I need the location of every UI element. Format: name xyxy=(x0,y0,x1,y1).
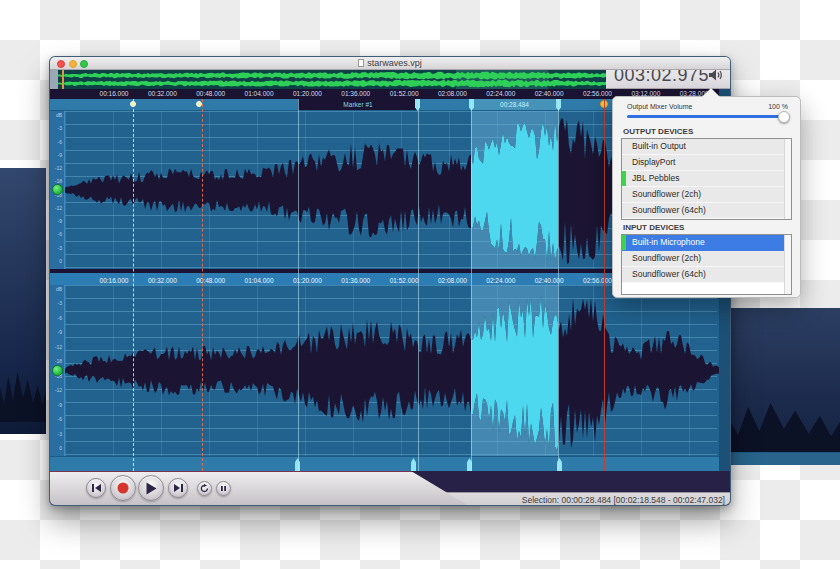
ruler-tick: 00:32.000 xyxy=(140,277,184,284)
db-label: -3 xyxy=(50,125,62,131)
device-row[interactable]: Soundflower (2ch) xyxy=(622,251,791,267)
db-label: 0 xyxy=(50,445,62,451)
db-label: -12 xyxy=(50,165,62,171)
ruler-tick: 01:52.000 xyxy=(382,277,426,284)
device-name: Soundflower (64ch) xyxy=(632,269,706,279)
db-label: -6 xyxy=(50,315,62,321)
region-boundary-line xyxy=(298,99,299,471)
ruler-tick: 02:56.000 xyxy=(576,90,620,97)
toolbar: 003:02.975 xyxy=(50,70,730,89)
ruler-tick: 00:16.000 xyxy=(92,90,136,97)
ruler-tick: 02:24.000 xyxy=(479,90,523,97)
list-scrollbar-track[interactable] xyxy=(784,139,791,219)
overview-waveform-graphic xyxy=(58,70,606,89)
waveform-track-2[interactable]: dB-3-6-9-12-18-18-12-9-6-30 xyxy=(50,285,730,456)
audio-devices-popover: Output Mixer Volume 100 % OUTPUT DEVICES… xyxy=(612,96,801,298)
waveform-graphic xyxy=(65,285,719,456)
window-title: starwaves.vpj xyxy=(50,57,730,70)
db-label: -9 xyxy=(50,218,62,224)
track-gain-knob[interactable] xyxy=(52,184,63,195)
db-label: -12 xyxy=(50,344,62,350)
loop-icon xyxy=(200,484,209,493)
db-label: -6 xyxy=(50,139,62,145)
device-row[interactable]: Built-in Microphone xyxy=(622,235,791,251)
title-bar[interactable]: starwaves.vpj xyxy=(50,57,730,70)
volume-slider[interactable] xyxy=(627,115,784,118)
popover-arrow xyxy=(702,88,720,97)
ruler-tick: 02:24.000 xyxy=(479,277,523,284)
ruler-tick: 01:52.000 xyxy=(382,90,426,97)
record-button[interactable] xyxy=(110,475,136,501)
overview-waveform[interactable] xyxy=(58,70,606,89)
db-label: -9 xyxy=(50,402,62,408)
marker-guide-line xyxy=(133,99,134,471)
overview-playhead[interactable] xyxy=(62,70,64,89)
active-device-indicator xyxy=(622,235,626,250)
skip-to-start-button[interactable] xyxy=(86,478,106,498)
ruler-tick: 01:36.000 xyxy=(334,90,378,97)
ruler-tick: 01:04.000 xyxy=(237,90,281,97)
device-row[interactable]: Soundflower (2ch) xyxy=(622,187,791,203)
region-boundary-line xyxy=(418,99,419,471)
ruler-tick: 01:20.000 xyxy=(285,90,329,97)
input-devices-header: INPUT DEVICES xyxy=(623,223,684,232)
selection-duration-label: 00:28.484 xyxy=(471,99,558,110)
play-button[interactable] xyxy=(138,475,164,501)
volume-value: 100 % xyxy=(768,103,788,110)
db-label: -9 xyxy=(50,329,62,335)
db-label: -9 xyxy=(50,152,62,158)
transport-bar: Selection: 00:00:28.484 [00:02:18.548 - … xyxy=(50,471,730,506)
ruler-tick: 02:40.000 xyxy=(527,277,571,284)
device-name: Soundflower (64ch) xyxy=(632,205,706,215)
output-devices-list: Built-in OutputDisplayPortJBL PebblesSou… xyxy=(621,138,792,220)
db-label: -12 xyxy=(50,387,62,393)
background-waveform-silhouette xyxy=(728,389,840,453)
db-label: -18 xyxy=(50,358,62,364)
marker-strip-bottom[interactable] xyxy=(50,456,730,471)
track-gain-knob[interactable] xyxy=(52,365,63,376)
volume-slider-knob[interactable] xyxy=(778,111,790,123)
pause-button[interactable] xyxy=(216,481,231,496)
device-name: Soundflower (2ch) xyxy=(632,253,701,263)
ruler-tick: 01:04.000 xyxy=(237,277,281,284)
device-name: DisplayPort xyxy=(632,157,675,167)
device-row[interactable]: Soundflower (64ch) xyxy=(622,203,791,219)
skip-to-end-icon xyxy=(173,483,184,493)
loop-button[interactable] xyxy=(197,481,212,496)
play-icon xyxy=(145,482,157,495)
device-name: JBL Pebbles xyxy=(632,173,679,183)
ruler-tick: 02:40.000 xyxy=(527,90,571,97)
skip-to-end-button[interactable] xyxy=(168,478,188,498)
db-label: dB xyxy=(50,112,62,118)
active-device-indicator xyxy=(622,171,626,186)
db-label: -3 xyxy=(50,431,62,437)
ruler-tick: 00:48.000 xyxy=(189,277,233,284)
input-devices-list: Built-in MicrophoneSoundflower (2ch)Soun… xyxy=(621,234,792,295)
list-scrollbar-track[interactable] xyxy=(784,235,791,294)
region-boundary-line xyxy=(558,99,559,471)
device-row[interactable]: Soundflower (64ch) xyxy=(622,267,791,283)
left-gutter xyxy=(50,70,58,89)
db-label: -6 xyxy=(50,231,62,237)
background-strip xyxy=(728,452,840,465)
selection-status: Selection: 00:00:28.484 [00:02:18.548 - … xyxy=(522,495,725,505)
selection-flag[interactable] xyxy=(411,458,416,471)
waveform-display[interactable] xyxy=(65,285,717,456)
ruler-tick: 00:48.000 xyxy=(189,90,233,97)
ruler-tick: 01:20.000 xyxy=(285,277,329,284)
speaker-icon[interactable] xyxy=(708,68,724,82)
status-bar: Selection: 00:00:28.484 [00:02:18.548 - … xyxy=(420,492,730,506)
device-row[interactable]: DisplayPort xyxy=(622,155,791,171)
device-row[interactable]: JBL Pebbles xyxy=(622,171,791,187)
device-row[interactable]: Built-in Output xyxy=(622,139,791,155)
background-remnant-right xyxy=(728,308,840,465)
db-label: 0 xyxy=(50,258,62,264)
ruler-tick: 00:16.000 xyxy=(92,277,136,284)
ruler-tick: 00:32.000 xyxy=(140,90,184,97)
db-label: -12 xyxy=(50,205,62,211)
output-devices-header: OUTPUT DEVICES xyxy=(623,127,693,136)
playhead-line xyxy=(604,99,605,471)
db-label: dB xyxy=(50,286,62,292)
device-name: Soundflower (2ch) xyxy=(632,189,701,199)
background-remnant-left xyxy=(0,168,46,434)
